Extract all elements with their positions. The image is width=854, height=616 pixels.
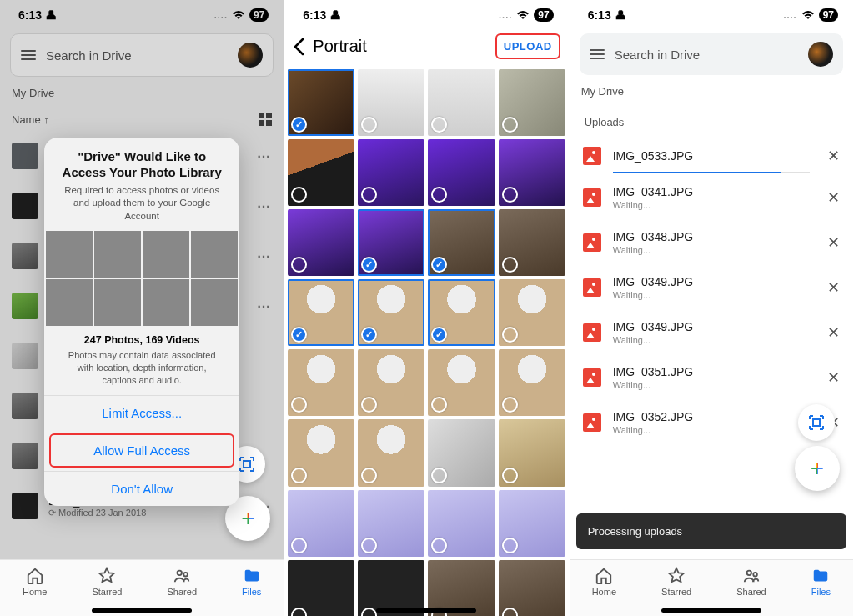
photo-cell[interactable] (428, 560, 495, 616)
photo-cell[interactable] (288, 560, 354, 616)
photo-cell[interactable] (288, 419, 354, 486)
photo-grid (284, 69, 568, 616)
grid-view-icon[interactable] (259, 113, 272, 126)
cancel-upload-button[interactable]: ✕ (827, 233, 840, 252)
home-indicator[interactable] (92, 608, 192, 613)
cancel-upload-button[interactable]: ✕ (827, 368, 840, 387)
photo-cell[interactable] (499, 279, 565, 346)
photo-cell[interactable] (428, 69, 495, 136)
folder-icon (243, 567, 261, 585)
photo-cell[interactable] (358, 560, 424, 616)
selected-check-icon (291, 327, 307, 343)
menu-icon[interactable] (21, 50, 36, 60)
photo-cell[interactable] (358, 419, 424, 486)
photo-cell[interactable] (288, 139, 354, 206)
tab-starred[interactable]: Starred (661, 567, 691, 597)
photo-cell[interactable] (428, 209, 495, 276)
profile-indicator-icon: 👤︎ (615, 8, 626, 22)
tab-home[interactable]: Home (592, 567, 616, 597)
upload-row[interactable]: IMG_0349.JPGWaiting...✕ (575, 310, 848, 355)
photo-cell[interactable] (428, 490, 495, 557)
upload-row[interactable]: IMG_0348.JPGWaiting...✕ (575, 220, 848, 265)
upload-filename: IMG_0352.JPG (613, 410, 694, 423)
shared-icon (742, 567, 761, 585)
image-file-icon (583, 278, 601, 297)
select-ring-icon (361, 117, 377, 133)
allow-full-access-button[interactable]: Allow Full Access (49, 433, 234, 468)
more-icon[interactable]: ⋯ (257, 248, 272, 264)
image-file-icon (583, 323, 601, 342)
image-file-icon (583, 233, 601, 252)
photo-cell[interactable] (428, 349, 495, 416)
sort-label[interactable]: Name ↑ (12, 113, 49, 126)
tab-home[interactable]: Home (23, 567, 47, 597)
cancel-upload-button[interactable]: ✕ (827, 278, 840, 297)
upload-row[interactable]: IMG_0349.JPGWaiting...✕ (575, 265, 848, 310)
cell-signal-icon: .... (783, 10, 796, 20)
tab-files[interactable]: Files (242, 567, 261, 597)
breadcrumb[interactable]: My Drive (570, 82, 853, 106)
avatar[interactable] (808, 42, 833, 67)
photo-cell[interactable] (428, 419, 495, 486)
more-icon[interactable]: ⋯ (257, 298, 272, 314)
photo-cell[interactable] (499, 349, 565, 416)
home-indicator[interactable] (376, 608, 476, 613)
home-icon (595, 567, 613, 585)
limit-access-button[interactable]: Limit Access... (44, 395, 239, 430)
list-header: Name ↑ (0, 108, 284, 131)
photo-cell[interactable] (288, 490, 354, 557)
select-ring-icon (361, 468, 377, 483)
photo-cell[interactable] (499, 560, 565, 616)
status-time: 6:13 (588, 8, 611, 22)
photo-cell[interactable] (288, 69, 354, 136)
tab-bar: Home Starred Shared Files (570, 559, 853, 616)
upload-button[interactable]: UPLOAD (495, 33, 560, 59)
photo-cell[interactable] (358, 139, 424, 206)
photo-cell[interactable] (358, 490, 424, 557)
image-file-icon (583, 413, 601, 432)
photo-cell[interactable] (428, 139, 495, 206)
folder-icon (811, 567, 830, 585)
tab-shared[interactable]: Shared (168, 567, 197, 597)
photo-cell[interactable] (358, 279, 424, 346)
more-icon[interactable]: ⋯ (257, 148, 272, 164)
selected-check-icon (431, 327, 447, 343)
scan-fab[interactable] (798, 404, 835, 441)
photo-cell[interactable] (358, 349, 424, 416)
photo-cell[interactable] (358, 209, 424, 276)
home-indicator[interactable] (661, 608, 761, 613)
photo-cell[interactable] (288, 209, 354, 276)
photo-cell[interactable] (428, 279, 495, 346)
upload-row[interactable]: IMG_0533.JPG✕ (575, 137, 848, 175)
back-button[interactable] (293, 38, 304, 56)
upload-filename: IMG_0351.JPG (613, 365, 694, 378)
photo-cell[interactable] (499, 209, 565, 276)
cancel-upload-button[interactable]: ✕ (827, 188, 840, 207)
tab-starred[interactable]: Starred (92, 567, 122, 597)
search-bar[interactable]: Search in Drive (10, 33, 274, 77)
breadcrumb[interactable]: My Drive (0, 83, 284, 108)
photo-cell[interactable] (499, 419, 565, 486)
photo-cell[interactable] (358, 69, 424, 136)
photo-cell[interactable] (499, 69, 565, 136)
photo-cell[interactable] (288, 349, 354, 416)
search-bar[interactable]: Search in Drive (580, 33, 843, 75)
file-thumb (12, 393, 38, 419)
cancel-upload-button[interactable]: ✕ (827, 147, 840, 165)
avatar[interactable] (238, 43, 263, 68)
cancel-upload-button[interactable]: ✕ (827, 323, 840, 342)
upload-row[interactable]: IMG_0341.JPGWaiting...✕ (575, 175, 848, 220)
file-thumb (12, 493, 38, 519)
upload-row[interactable]: IMG_0351.JPGWaiting...✕ (575, 355, 848, 400)
add-fab[interactable]: + (795, 446, 840, 491)
upload-filename: IMG_0349.JPG (613, 320, 694, 333)
photo-cell[interactable] (288, 279, 354, 346)
photo-cell[interactable] (499, 490, 565, 557)
tab-files[interactable]: Files (811, 567, 831, 597)
photo-cell[interactable] (499, 139, 565, 206)
file-thumb (12, 293, 38, 319)
more-icon[interactable]: ⋯ (257, 198, 272, 214)
tab-shared[interactable]: Shared (736, 567, 766, 597)
menu-icon[interactable] (590, 49, 605, 59)
dont-allow-button[interactable]: Don't Allow (44, 471, 239, 506)
